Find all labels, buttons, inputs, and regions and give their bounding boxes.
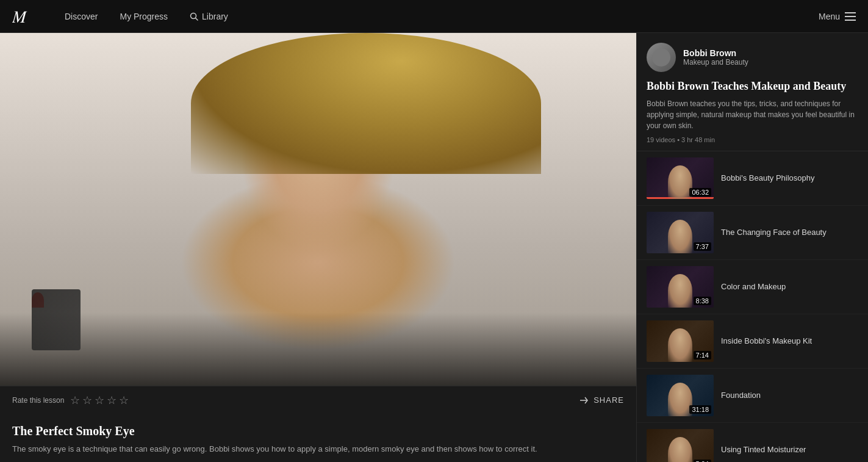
svg-line-2 [196,18,198,20]
instructor-info: Bobbi Brown Makeup and Beauty [683,48,748,67]
video-info: The Perfect Smoky Eye The smoky eye is a… [0,414,636,463]
avatar [647,43,676,72]
course-title: Bobbi Brown Teaches Makeup and Beauty [647,79,858,93]
rate-label: Rate this lesson [12,396,64,405]
nav-search[interactable]: Library [179,0,239,33]
list-item[interactable]: 5:04Using Tinted Moisturizer [637,423,868,462]
makeup-item [32,289,81,350]
video-thumbnail: 31:18 [647,375,714,416]
share-label: SHARE [594,395,624,405]
video-overlay [0,312,636,386]
video-thumbnail: 8:38 [647,266,714,308]
navigation: 𝑀 Discover My Progress Library Menu [0,0,868,33]
svg-text:𝑀: 𝑀 [12,7,27,26]
video-thumbnail: 7:14 [647,320,714,362]
video-duration: 31:18 [689,405,711,414]
star-rating[interactable]: ☆ ☆ ☆ ☆ ☆ [70,394,129,407]
list-item[interactable]: 06:32Bobbi's Beauty Philosophy [637,151,868,206]
star-3[interactable]: ☆ [95,394,104,407]
thumbnail-person [668,383,692,416]
video-frame [0,33,636,386]
video-duration: 06:32 [689,188,711,197]
video-bottom-bar: Rate this lesson ☆ ☆ ☆ ☆ ☆ SHARE [0,386,636,414]
thumbnail-person [668,165,692,199]
star-5[interactable]: ☆ [119,394,129,407]
nav-my-progress[interactable]: My Progress [109,0,179,33]
thumbnail-person [668,328,692,362]
video-thumbnail: 7:37 [647,212,714,253]
video-duration: 5:04 [694,460,711,462]
course-description: Bobbi Brown teaches you the tips, tricks… [647,98,858,131]
list-item[interactable]: 7:37The Changing Face of Beauty [637,206,868,260]
sidebar: Bobbi Brown Makeup and Beauty Bobbi Brow… [636,33,868,462]
course-meta: 19 videos • 3 hr 48 min [647,136,858,143]
logo[interactable]: 𝑀 [12,5,41,27]
star-4[interactable]: ☆ [107,394,117,407]
hamburger-icon [845,12,856,21]
list-item[interactable]: 31:18Foundation [637,369,868,423]
instructor-category: Makeup and Beauty [683,58,748,67]
item-title: Foundation [721,390,761,401]
sidebar-header: Bobbi Brown Makeup and Beauty Bobbi Brow… [637,33,868,151]
instructor-row: Bobbi Brown Makeup and Beauty [647,43,858,72]
list-item[interactable]: 8:38Color and Makeup [637,260,868,314]
video-thumbnail: 06:32 [647,157,714,199]
video-duration: 7:14 [694,351,711,359]
item-title: Color and Makeup [721,281,786,292]
nav-links: Discover My Progress Library [54,0,239,33]
rate-section: Rate this lesson ☆ ☆ ☆ ☆ ☆ [12,394,129,407]
menu-button[interactable]: Menu [819,12,856,21]
thumbnail-person [668,220,692,253]
library-link[interactable]: Library [202,12,228,21]
video-thumbnail: 5:04 [647,429,714,462]
star-2[interactable]: ☆ [82,394,92,407]
list-item[interactable]: 7:14Inside Bobbi's Makeup Kit [637,314,868,369]
item-title: Using Tinted Moisturizer [721,444,806,455]
item-title: The Changing Face of Beauty [721,227,827,238]
video-duration: 7:37 [694,242,711,251]
video-player[interactable] [0,33,636,386]
share-button[interactable]: SHARE [579,395,624,405]
video-description: The smoky eye is a technique that can ea… [12,443,624,455]
instructor-name: Bobbi Brown [683,48,748,58]
search-icon [190,12,198,21]
nav-discover[interactable]: Discover [54,0,109,33]
item-title: Bobbi's Beauty Philosophy [721,173,815,184]
item-title: Inside Bobbi's Makeup Kit [721,336,812,347]
video-title: The Perfect Smoky Eye [12,424,624,438]
thumbnail-person [668,274,692,308]
star-1[interactable]: ☆ [70,394,80,407]
video-duration: 8:38 [694,297,711,305]
video-area: Rate this lesson ☆ ☆ ☆ ☆ ☆ SHARE The Per… [0,33,636,462]
video-list: 06:32Bobbi's Beauty Philosophy7:37The Ch… [637,151,868,462]
main-layout: Rate this lesson ☆ ☆ ☆ ☆ ☆ SHARE The Per… [0,33,868,462]
menu-label: Menu [819,12,840,21]
share-icon [579,395,589,405]
